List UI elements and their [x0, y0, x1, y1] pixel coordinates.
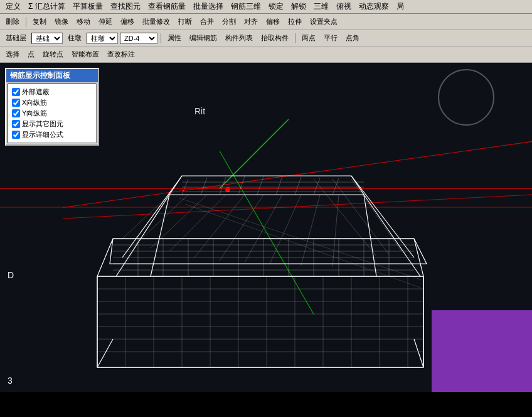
rebar-item-3[interactable]: 显示其它图元 [12, 119, 92, 129]
svg-line-81 [185, 204, 420, 288]
svg-line-76 [332, 195, 339, 267]
id-select[interactable]: ZD-4 [120, 33, 157, 44]
svg-line-59 [257, 176, 263, 195]
menu-rebar-3d[interactable]: 钢筋三维 [228, 1, 264, 13]
btn-copy[interactable]: 复制 [29, 16, 50, 28]
menu-table[interactable]: 平算板量 [70, 1, 106, 13]
btn-extend[interactable]: 伸延 [95, 16, 115, 28]
rebar-label-2: Y向纵筋 [22, 109, 47, 118]
btn-delete[interactable]: 删除 [3, 16, 23, 28]
btn-set-grip[interactable]: 设置夹点 [307, 16, 341, 28]
svg-line-75 [301, 195, 320, 265]
svg-line-60 [276, 176, 282, 195]
sep1 [26, 17, 26, 27]
rebar-item-2[interactable]: Y向纵筋 [12, 108, 92, 119]
svg-line-79 [314, 179, 376, 256]
btn-two-point[interactable]: 两点 [299, 32, 319, 44]
svg-line-55 [182, 179, 188, 195]
svg-line-7 [414, 239, 423, 276]
svg-line-57 [220, 177, 226, 195]
sep2 [161, 33, 161, 43]
purple-box [432, 310, 532, 392]
btn-pick-component[interactable]: 抬取构件 [258, 32, 292, 44]
rebar-label-0: 外部遮蔽 [22, 87, 50, 97]
rebar-panel-content: 外部遮蔽 X向纵筋 Y向纵筋 显示其它图元 显示详细公式 [8, 84, 97, 143]
viewport[interactable]: Rit D 3 钢筋显示控制面板 外部遮蔽 X向纵筋 Y向纵筋 显示其它图元 [0, 63, 532, 392]
sep3 [295, 33, 295, 43]
svg-line-61 [295, 177, 301, 195]
btn-parallel[interactable]: 平行 [321, 32, 341, 44]
menu-define[interactable]: 定义 [3, 1, 24, 13]
layer-select[interactable]: 基础 [31, 33, 63, 44]
svg-line-9 [414, 339, 423, 367]
label-d: D [8, 270, 14, 280]
menu-bar: 定义 Σ 汇总计算 平算板量 查找图元 查看钢筋量 批量选择 钢筋三维 锁定 解… [0, 0, 532, 14]
svg-line-77 [351, 179, 402, 251]
menu-find[interactable]: 查找图元 [107, 1, 144, 13]
menu-dynamic-observe[interactable]: 动态观察 [356, 1, 392, 13]
rebar-label-1: X向纵筋 [22, 98, 47, 107]
btn-rotate-point[interactable]: 旋转点 [40, 48, 66, 60]
btn-select[interactable]: 选择 [3, 48, 23, 60]
rebar-item-4[interactable]: 显示详细公式 [12, 129, 92, 140]
svg-line-70 [169, 195, 226, 251]
menu-local[interactable]: 局 [393, 1, 407, 13]
btn-align[interactable]: 对齐 [241, 16, 261, 28]
svg-line-2 [220, 119, 289, 188]
menu-3d[interactable]: 三维 [311, 1, 332, 13]
rebar-item-0[interactable]: 外部遮蔽 [12, 87, 92, 97]
rebar-checkbox-2[interactable] [12, 109, 20, 117]
btn-point[interactable]: 点 [24, 48, 38, 60]
svg-line-17 [122, 176, 182, 257]
col-select[interactable]: 柱墩 [87, 33, 118, 44]
btn-merge[interactable]: 合并 [197, 16, 217, 28]
btn-stretch[interactable]: 拉伸 [285, 16, 305, 28]
svg-line-74 [270, 195, 301, 264]
menu-batch[interactable]: 批量选择 [190, 1, 226, 13]
btn-edit-rebar[interactable]: 编辑钢筋 [186, 32, 220, 44]
col-label: 柱墩 [65, 32, 85, 44]
svg-line-1 [63, 195, 532, 219]
btn-offset[interactable]: 偏移 [117, 16, 137, 28]
btn-split[interactable]: 分割 [219, 16, 239, 28]
rebar-checkbox-4[interactable] [12, 131, 20, 139]
menu-view-rebar[interactable]: 查看钢筋量 [145, 1, 189, 13]
label-3: 3 [8, 376, 13, 386]
toolbar-layer: 基础层 基础 柱墩 柱墩 ZD-4 属性 编辑钢筋 构件列表 抬取构件 两点 平… [0, 30, 532, 46]
svg-line-56 [201, 178, 207, 195]
rebar-item-1[interactable]: X向纵筋 [12, 97, 92, 108]
svg-line-71 [194, 195, 245, 257]
svg-line-69 [151, 195, 207, 248]
btn-check-mark[interactable]: 查改标注 [104, 48, 138, 60]
rebar-checkbox-1[interactable] [12, 99, 20, 107]
svg-line-8 [97, 339, 113, 367]
menu-top-view[interactable]: 俯视 [333, 1, 354, 13]
btn-break[interactable]: 打断 [175, 16, 195, 28]
rebar-control-panel: 钢筋显示控制面板 外部遮蔽 X向纵筋 Y向纵筋 显示其它图元 显示详细公式 [5, 68, 99, 146]
toolbar-select: 选择 点 旋转点 智能布置 查改标注 [0, 46, 532, 63]
svg-marker-15 [169, 176, 364, 195]
rebar-label-3: 显示其它图元 [22, 119, 63, 129]
menu-calc[interactable]: Σ 汇总计算 [25, 1, 68, 13]
svg-rect-4 [97, 276, 423, 367]
svg-line-63 [332, 178, 339, 195]
btn-smart-layout[interactable]: 智能布置 [68, 48, 102, 60]
btn-component-list[interactable]: 构件列表 [222, 32, 256, 44]
btn-batch-modify[interactable]: 批量修改 [139, 16, 173, 28]
rebar-checkbox-3[interactable] [12, 120, 20, 128]
svg-text:Rit: Rit [194, 106, 205, 116]
svg-line-72 [220, 195, 263, 261]
rebar-panel-title: 钢筋显示控制面板 [6, 69, 98, 82]
btn-mirror[interactable]: 镜像 [51, 16, 72, 28]
btn-offset2[interactable]: 偏移 [263, 16, 283, 28]
svg-line-58 [238, 176, 245, 195]
btn-point-angle[interactable]: 点角 [343, 32, 363, 44]
svg-line-67 [122, 195, 169, 239]
rebar-label-4: 显示详细公式 [22, 130, 63, 139]
menu-unlock[interactable]: 解锁 [288, 1, 309, 13]
btn-property[interactable]: 属性 [164, 32, 184, 44]
menu-lock[interactable]: 锁定 [265, 1, 287, 13]
rebar-checkbox-0[interactable] [12, 88, 20, 96]
layer-label: 基础层 [3, 32, 29, 44]
btn-move[interactable]: 移动 [73, 16, 93, 28]
